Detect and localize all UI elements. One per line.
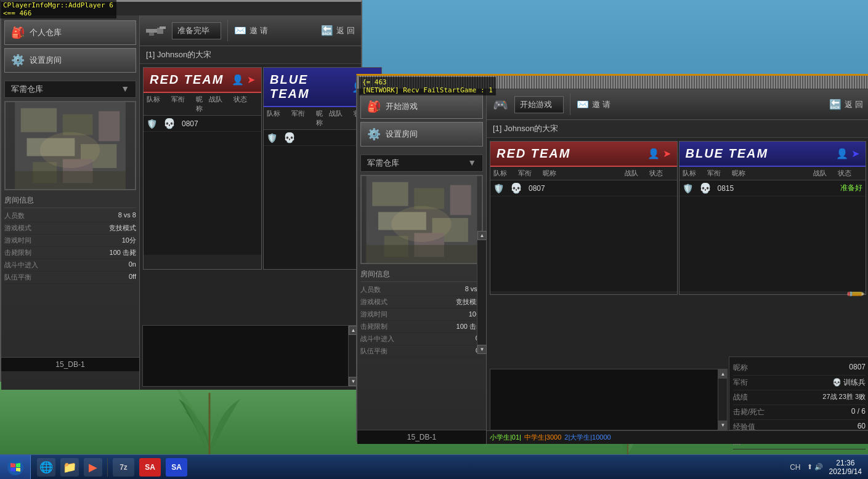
col-status-b2: 状态: [838, 169, 862, 178]
inventory-icon-2: 🎒: [367, 100, 381, 113]
room-info-label: 人员数: [4, 211, 25, 220]
col-flag-r2: 队标: [493, 169, 512, 178]
toolbar-right-2: 🔙 返 回: [829, 99, 863, 110]
back-icon-2: 🔙: [829, 99, 842, 110]
player-flag-b2: 🛡️: [683, 183, 693, 193]
room-info-value: 100 击毙: [110, 248, 136, 257]
col-rank-r2: 军衔: [518, 169, 537, 178]
room-info-label: 击毙限制: [4, 248, 31, 257]
room-title-2: [1] Johnson的大宋: [487, 120, 868, 138]
stats-label: 战绩: [733, 392, 748, 403]
debug-line4: [NETWORK] Recv FailStartGame : 1: [362, 86, 493, 94]
player-flag-r2: 🛡️: [493, 183, 504, 193]
sidebar-scroll-track-2: [477, 240, 486, 345]
dropdown-icon-2[interactable]: ▼: [468, 158, 476, 169]
map-preview-2: [360, 175, 483, 264]
room-info-row: 游戏时间10分: [4, 235, 136, 247]
room-info-value: 0n: [129, 260, 136, 270]
back-container-1[interactable]: 🔙 返 回: [321, 25, 355, 36]
start-button[interactable]: [0, 455, 31, 480]
map-name-label-1: 军需仓库: [11, 84, 43, 94]
red-team-arrow-icon: ➤: [247, 74, 255, 86]
dropdown-icon-1[interactable]: ▼: [121, 84, 129, 94]
settings-button-1[interactable]: ⚙️ 设置房间: [4, 48, 136, 73]
red-team-cols-2: 队标 军衔 昵称 战队 状态: [490, 167, 677, 180]
invite-container-2[interactable]: ✉️ 邀 请: [577, 99, 610, 110]
settings-label-1: 设置房间: [30, 55, 62, 66]
sidebar-scrollbar-2: ▲ ▼: [477, 231, 486, 354]
red-team-icons-1: 👤 ➤: [232, 74, 255, 86]
room-info-label: 游戏模式: [360, 297, 387, 307]
taskbar-sa-icon-1[interactable]: SA: [139, 458, 161, 477]
game-window-1: 🎒 个人仓库 ⚙️ 设置房间 军需仓库 ▼: [0, 0, 362, 382]
taskbar-sep-1: [107, 458, 108, 477]
room-info-label: 击毙限制: [360, 322, 387, 331]
invite-label-2: 邀 请: [592, 99, 610, 110]
red-team-header-2: RED TEAM 👤 ➤: [490, 142, 677, 167]
taskbar-ie-icon[interactable]: 🌐: [37, 458, 55, 477]
start-game-icon: 🎮: [493, 97, 508, 112]
inventory-label-1: 个人仓库: [30, 27, 62, 38]
red-team-players-1: 🛡️ 💀 0807: [144, 116, 261, 255]
room-title-1: [1] Johnson的大宋: [140, 46, 361, 64]
blue-team-cols-2: 队标 军衔 昵称 战队 状态: [679, 167, 866, 180]
red-team-icons-2: 👤 ➤: [647, 148, 671, 159]
chat-scroll-down-2[interactable]: ▼: [718, 421, 728, 430]
start-label-2: 开始游戏: [520, 99, 552, 110]
blue-team-header-2: BLUE TEAM 👤 ➤: [679, 142, 866, 167]
svg-rect-10: [15, 171, 126, 189]
settings-icon-2: ⚙️: [367, 127, 381, 141]
blue-team-icons-2: 👤 ➤: [836, 148, 859, 159]
inventory-button-2[interactable]: 🎒 开始游戏: [360, 94, 483, 119]
red-team-person-icon: 👤: [232, 74, 244, 86]
window2-main: 🎮 开始游戏 ✉️ 邀 请 🔙 返 回 [1] Johnson的大宋: [487, 89, 868, 444]
sidebar-buttons-2: 🎒 开始游戏 ⚙️ 设置房间: [357, 89, 486, 151]
col-team-b1: 战队: [329, 109, 347, 127]
room-info-value: 0ff: [129, 273, 136, 282]
taskbar-media-icon[interactable]: ▶: [84, 458, 102, 477]
sidebar-scroll-down-2[interactable]: ▼: [477, 345, 487, 354]
red-team-person-icon-2: 👤: [647, 148, 660, 159]
window1-toolbar: 准备完毕 ✉️ 邀 请 🔙 返 回: [140, 15, 361, 46]
taskbar-folder-icon[interactable]: 📁: [60, 458, 79, 477]
blue-team-players-2: 🛡️ 💀 0815 准备好: [679, 180, 866, 291]
map-label-1: 军需仓库 ▼: [4, 81, 136, 98]
map-image-1: [6, 102, 135, 189]
taskbar-sa-icon-2[interactable]: SA: [166, 458, 187, 477]
kd-label: 击毙/死亡: [733, 407, 765, 417]
inventory-icon-1: 🎒: [11, 26, 25, 39]
sidebar-scroll-up-2[interactable]: ▲: [477, 231, 487, 240]
teams-2: RED TEAM 👤 ➤ 队标 军衔 昵称 战队 状态 🛡️: [487, 138, 868, 298]
taskbar-7z-icon[interactable]: 7z: [113, 458, 134, 477]
col-flag-b1: 队标: [267, 109, 285, 127]
ready-btn-1[interactable]: 准备完毕: [172, 22, 221, 39]
red-team-cols-1: 队标 军衔 昵称 战队 状态: [144, 93, 261, 116]
col-rank-b2: 军衔: [707, 169, 726, 178]
red-team-panel-1: RED TEAM 👤 ➤ 队标 军衔 昵称 战队 状态 🛡️: [143, 67, 262, 270]
player-rank-icon-b1: 💀: [283, 132, 296, 143]
chat-scroll-container-1: ▲ ▼: [143, 326, 357, 386]
room-info-label: 队伍平衡: [4, 273, 31, 282]
start-btn-2[interactable]: 开始游戏: [514, 96, 564, 113]
red-team-arrow-icon-2: ➤: [663, 148, 671, 159]
settings-button-2[interactable]: ⚙️ 设置房间: [360, 122, 483, 147]
profile-panel-2: 昵称 0807 军衔 💀 训练兵 战绩 27战 23胜 3败 击毙/死亡 0 /…: [729, 356, 868, 430]
taskbar: 🌐 📁 ▶ 7z SA SA CH ⬆ 🔊 21:36 2021/9/14: [0, 454, 868, 479]
teams-1: RED TEAM 👤 ➤ 队标 军衔 昵称 战队 状态 🛡️: [140, 64, 361, 273]
player-row-blue-2: 🛡️ 💀 0815 准备好: [679, 180, 866, 196]
taskbar-lang: CH: [790, 463, 800, 472]
chat-scroll-up-2[interactable]: ▲: [718, 369, 728, 379]
room-info-label: 队伍平衡: [360, 347, 387, 356]
player-row-red-2: 🛡️ 💀 0807: [490, 180, 677, 196]
player-status-b2: 准备好: [840, 183, 862, 193]
separator-1: [227, 20, 228, 41]
room-info-value: 8 vs 8: [118, 211, 136, 220]
back-container-2[interactable]: 🔙 返 回: [829, 99, 863, 110]
inventory-label-2: 开始游戏: [386, 101, 418, 112]
room-info-row: 战斗中进入0n: [4, 259, 136, 272]
room-info-label: 战斗中进入: [360, 334, 394, 344]
inventory-button-1[interactable]: 🎒 个人仓库: [4, 20, 136, 45]
chat-area-1: ▲ ▼: [142, 325, 358, 387]
chat-text-2: [490, 369, 718, 430]
invite-container-1[interactable]: ✉️ 邀 请: [234, 25, 268, 36]
